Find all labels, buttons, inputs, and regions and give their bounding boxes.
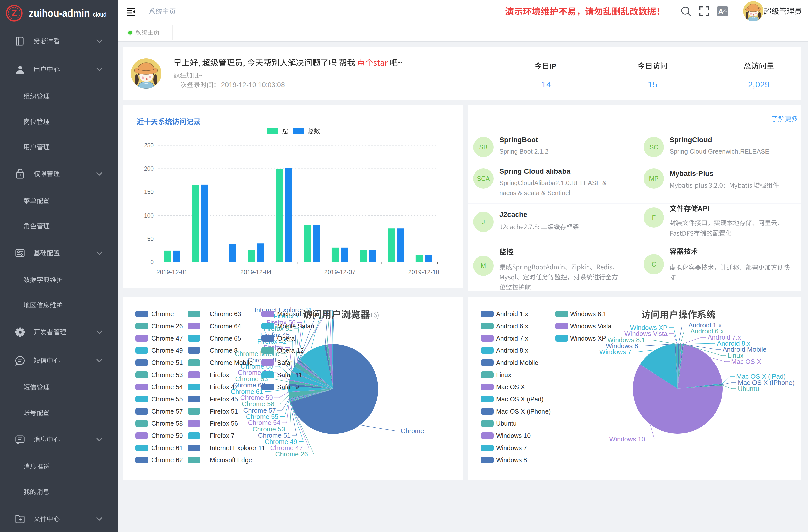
svg-text:Chrome 49: Chrome 49 [151,347,183,354]
svg-text:100: 100 [144,212,154,219]
svg-text:Chrome 53: Chrome 53 [151,371,183,378]
svg-text:2019-12-01: 2019-12-01 [157,269,188,275]
svg-text:Windows 7: Windows 7 [599,348,631,356]
svg-text:Windows 10: Windows 10 [496,432,531,439]
svg-text:Android 8.x: Android 8.x [496,347,528,354]
svg-text:250: 250 [144,142,154,149]
svg-text:Windows XP: Windows XP [570,335,606,342]
svg-text:14: 14 [541,80,551,89]
svg-text:50: 50 [147,236,154,242]
svg-text:SC: SC [649,144,658,151]
svg-text:SCA: SCA [477,175,490,182]
svg-text:Mac OS X: Mac OS X [496,383,525,390]
svg-text:Chrome 61: Chrome 61 [151,444,183,451]
svg-text:Firefox 7: Firefox 7 [210,432,234,439]
svg-text:J2cache: J2cache [499,210,528,218]
svg-text:2019-12-10 10:03:08: 2019-12-10 10:03:08 [221,81,285,89]
svg-text:Mobile Safari: Mobile Safari [277,323,314,330]
svg-text:Chrome 57: Chrome 57 [151,408,183,415]
svg-text:150: 150 [144,189,154,195]
svg-text:MP: MP [649,175,659,182]
svg-text:Chrome 63: Chrome 63 [210,310,241,317]
svg-text:Android 6.x: Android 6.x [496,323,528,330]
svg-text:Mac OS X (iPhone): Mac OS X (iPhone) [496,408,551,415]
svg-text:Chrome 64: Chrome 64 [210,323,241,330]
svg-text:Firefox 56: Firefox 56 [210,420,238,427]
svg-text:SpringCloud: SpringCloud [669,136,712,144]
svg-text:Chrome Mobile: Chrome Mobile [210,359,253,366]
svg-text:SpringBoot: SpringBoot [499,136,538,144]
svg-text:Chrome 55: Chrome 55 [151,396,183,403]
svg-text:Z: Z [12,8,17,19]
svg-text:Spring Cloud alibaba: Spring Cloud alibaba [499,167,570,175]
svg-text:Spring Cloud Greenwich.RELEASE: Spring Cloud Greenwich.RELEASE [669,148,769,155]
svg-text:Safari: Safari [277,359,294,366]
svg-text:Chrome 54: Chrome 54 [151,383,183,390]
svg-text:Opera: Opera [277,335,295,342]
svg-text:Firefox 51: Firefox 51 [210,408,238,415]
svg-text:Chrome 65: Chrome 65 [210,335,241,342]
svg-text:Opera 12: Opera 12 [277,347,304,354]
svg-text:A: A [718,8,723,16]
svg-text:2019-12-07: 2019-12-07 [324,269,355,275]
svg-text:Firefox 42: Firefox 42 [210,383,238,390]
svg-text:2019-12-10: 2019-12-10 [408,269,439,275]
svg-text:Chrome 51: Chrome 51 [151,359,183,366]
svg-text:Chrome 47: Chrome 47 [151,335,183,342]
svg-text:J: J [482,218,485,225]
svg-text:Windows 8: Windows 8 [496,456,527,463]
svg-text:Chrome 26: Chrome 26 [275,450,308,458]
svg-text:SB: SB [479,144,488,151]
svg-text:C: C [651,261,656,268]
svg-text:SpringCloudAlibaba2.1.0.RELEAS: SpringCloudAlibaba2.1.0.RELEASE & [499,179,607,186]
svg-text:Safari 9: Safari 9 [277,383,299,390]
svg-text:Chrome 8: Chrome 8 [210,347,238,354]
svg-text:Spring Boot 2.1.2: Spring Boot 2.1.2 [499,148,548,155]
svg-text:Firefox: Firefox [210,371,229,378]
svg-text:Internet Explorer 11: Internet Explorer 11 [210,444,265,451]
svg-text:Mybatis-Plus: Mybatis-Plus [669,170,713,178]
svg-text:Mac OS X: Mac OS X [731,358,761,365]
svg-text:Windows 7: Windows 7 [496,444,527,451]
svg-text:Chrome 59: Chrome 59 [151,432,183,439]
svg-text:Windows Vista: Windows Vista [570,323,612,330]
svg-text:Android 7.x: Android 7.x [496,335,528,342]
svg-text:Android Mobile: Android Mobile [496,359,538,366]
svg-text:M: M [481,262,486,269]
svg-text:cloud: cloud [93,11,107,18]
svg-text:Microsoft Edge: Microsoft Edge [210,456,252,463]
svg-text:0: 0 [150,259,154,265]
svg-text:Safari 11: Safari 11 [277,371,302,378]
svg-text:Windows 8.1: Windows 8.1 [570,310,606,317]
svg-text:Android 1.x: Android 1.x [496,310,528,317]
svg-text:nacos & seata & Sentinel: nacos & seata & Sentinel [499,189,570,197]
svg-text:Chrome 62: Chrome 62 [151,456,183,463]
svg-text:Mac OS X (iPad): Mac OS X (iPad) [496,396,544,403]
svg-text:zuihou-admin: zuihou-admin [29,7,90,19]
svg-text:2019-12-04: 2019-12-04 [240,269,272,275]
svg-text:Chrome 58: Chrome 58 [151,420,183,427]
svg-text:Chrome: Chrome [151,310,174,317]
svg-text:Ubuntu: Ubuntu [496,420,517,427]
svg-text:IP: IP [550,62,556,70]
svg-text:Linux: Linux [496,371,511,378]
svg-text:Windows 10: Windows 10 [609,435,645,443]
svg-text:Chrome 26: Chrome 26 [151,323,183,330]
svg-text:200: 200 [144,165,154,172]
svg-text:15: 15 [648,80,657,89]
svg-text:2,029: 2,029 [748,80,769,89]
svg-text:Chrome: Chrome [401,427,424,435]
svg-text:F: F [652,214,656,221]
svg-text:Firefox 45: Firefox 45 [210,396,238,403]
svg-text:Ubuntu: Ubuntu [738,385,759,392]
